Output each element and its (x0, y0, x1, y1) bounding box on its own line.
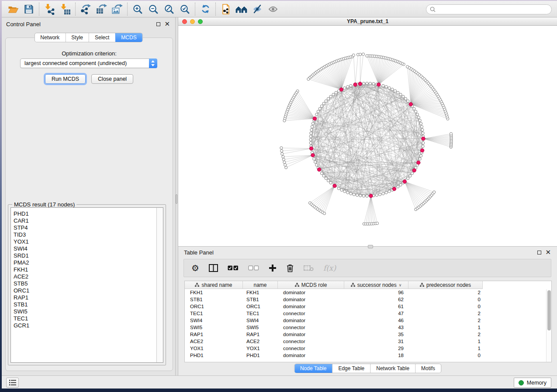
table-row[interactable]: FKH1FKH1dominator962 (185, 289, 483, 296)
table-row[interactable]: SWI5SWI5connector431 (185, 324, 483, 331)
zoom-fit-button[interactable] (161, 2, 177, 16)
mcds-result-item[interactable]: STB1 (14, 301, 156, 308)
close-panel-icon[interactable]: ✕ (164, 22, 170, 26)
unselect-all-button[interactable] (248, 265, 259, 271)
close-panel-button[interactable]: Close panel (91, 74, 133, 84)
mcds-result-item[interactable]: FKH1 (14, 266, 156, 273)
table-cell: SWI5 (185, 324, 243, 331)
open-session-button[interactable] (5, 2, 21, 16)
mcds-list-scrollbar[interactable] (156, 208, 163, 362)
column-header-successor-nodes[interactable]: successor nodes∨ (344, 281, 408, 289)
table-row[interactable]: ACE2ACE2connector311 (185, 338, 483, 345)
export-table-icon (96, 3, 107, 14)
delete-column-button[interactable] (286, 264, 294, 272)
table-cell: connector (278, 345, 344, 352)
table-scrollbar-thumb[interactable] (547, 290, 551, 330)
column-header-name[interactable]: name (243, 281, 278, 289)
home-button[interactable] (234, 2, 249, 16)
mcds-result-item[interactable]: ACE2 (14, 273, 156, 280)
tab-mcds[interactable]: MCDS (115, 33, 142, 42)
export-table-button[interactable] (93, 2, 109, 16)
window-minimize-icon[interactable] (190, 19, 195, 24)
save-session-button[interactable] (21, 2, 37, 16)
run-mcds-button[interactable]: Run MCDS (45, 74, 86, 84)
zoom-selected-button[interactable] (177, 2, 193, 16)
import-network-icon (44, 3, 55, 15)
trash-icon (286, 264, 294, 272)
add-column-button[interactable] (269, 264, 277, 272)
mcds-result-item[interactable]: PMA2 (14, 259, 156, 266)
table-cell: PHD1 (243, 352, 278, 359)
network-canvas[interactable] (178, 26, 557, 246)
mcds-result-item[interactable]: TID3 (14, 231, 156, 238)
export-image-icon (111, 3, 123, 14)
vertical-splitter[interactable] (175, 17, 178, 375)
export-image-button[interactable] (109, 2, 125, 16)
mcds-result-item[interactable]: PHD1 (14, 210, 156, 217)
mcds-result-item[interactable]: ORC1 (14, 287, 156, 294)
table-row[interactable]: PHD1PHD1dominator180 (185, 352, 483, 359)
clone-network-button[interactable] (218, 2, 234, 16)
network-titlebar[interactable]: YPA_prune.txt_1 (178, 17, 557, 26)
criterion-dropdown[interactable]: largest connected component (undirected) (20, 58, 157, 68)
float-panel-icon[interactable] (537, 251, 541, 254)
mcds-result-item[interactable]: RAP1 (14, 294, 156, 301)
tab-node-table[interactable]: Node Table (294, 364, 332, 373)
show-panels-button[interactable] (265, 2, 281, 16)
mcds-result-item[interactable]: TEC1 (14, 315, 156, 322)
tab-motifs[interactable]: Motifs (415, 364, 441, 373)
log-console-button[interactable] (6, 378, 19, 388)
close-panel-icon[interactable]: ✕ (545, 250, 551, 254)
table-settings-button[interactable]: ⚙ (191, 264, 199, 272)
splitter-handle[interactable] (176, 194, 177, 204)
memory-button[interactable]: Memory (514, 378, 551, 388)
search-input[interactable] (438, 7, 548, 13)
hide-panels-button[interactable] (249, 2, 265, 16)
network-graph[interactable] (178, 26, 557, 246)
mcds-result-item[interactable]: STB5 (14, 280, 156, 287)
mcds-result-item[interactable]: SWI5 (14, 308, 156, 315)
node-table-body: FKH1FKH1dominator962STB1STB1dominator620… (185, 289, 551, 359)
zoom-in-button[interactable] (130, 2, 145, 16)
tab-edge-table[interactable]: Edge Table (332, 364, 370, 373)
import-network-button[interactable] (42, 2, 57, 16)
mcds-result-item[interactable]: GCR1 (14, 322, 156, 329)
horizontal-splitter-handle[interactable] (368, 245, 373, 248)
mcds-tab-content: Optimization criterion: largest connecte… (5, 38, 173, 371)
column-header-MCDS-role[interactable]: MCDS role (278, 281, 344, 289)
mcds-result-item[interactable]: YOX1 (14, 238, 156, 245)
table-cell: dominator (278, 296, 344, 303)
export-network-button[interactable] (78, 2, 93, 16)
refresh-button[interactable] (197, 2, 213, 16)
tab-select[interactable]: Select (89, 33, 115, 42)
mcds-result-item[interactable]: SWI4 (14, 245, 156, 252)
node-table[interactable]: shared namenameMCDS rolesuccessor nodes∨… (184, 281, 552, 362)
window-zoom-icon[interactable] (198, 19, 203, 24)
show-columns-button[interactable] (209, 264, 218, 272)
zoom-out-button[interactable] (145, 2, 161, 16)
table-cell: dominator (278, 352, 344, 359)
search-box[interactable] (426, 4, 552, 14)
mcds-result-list: PHD1CAR1STP4TID3YOX1SWI4SRD1PMA2FKH1ACE2… (11, 208, 156, 362)
table-row[interactable]: RAP1RAP1dominator352 (185, 331, 483, 338)
window-close-icon[interactable] (182, 19, 187, 24)
column-header-shared-name[interactable]: shared name (185, 281, 243, 289)
control-panel-title: Control Panel (6, 21, 41, 28)
tab-network-table[interactable]: Network Table (370, 364, 415, 373)
select-all-button[interactable] (228, 265, 239, 271)
tab-network[interactable]: Network (35, 33, 65, 42)
table-row[interactable]: TEC1TEC1connector472 (185, 310, 483, 317)
import-table-button[interactable] (57, 2, 73, 16)
mcds-result-item[interactable]: CAR1 (14, 217, 156, 224)
table-row[interactable]: ORC1ORC1dominator610 (185, 303, 483, 310)
table-row[interactable]: YOX1YOX1connector291 (185, 345, 483, 352)
table-cell: TEC1 (185, 310, 243, 317)
mcds-result-item[interactable]: SRD1 (14, 252, 156, 259)
mcds-result-item[interactable]: STP4 (14, 224, 156, 231)
table-row[interactable]: STB1STB1dominator620 (185, 296, 483, 303)
table-scrollbar[interactable] (546, 289, 551, 362)
float-panel-icon[interactable] (156, 22, 160, 26)
column-header-predecessor-nodes[interactable]: predecessor nodes (408, 281, 483, 289)
tab-style[interactable]: Style (65, 33, 89, 42)
table-row[interactable]: SWI4SWI4dominator462 (185, 317, 483, 324)
